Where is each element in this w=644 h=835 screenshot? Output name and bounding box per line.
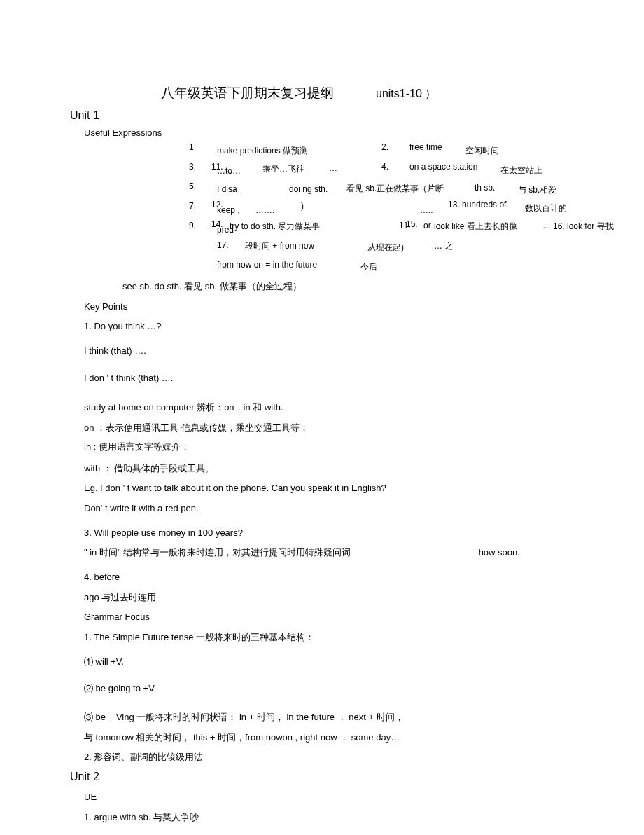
kp-item: 3. Will people use money in 100 years? — [84, 525, 574, 542]
gf-item: 1. The Simple Future tense 一般将来时的三种基本结构： — [84, 629, 574, 647]
expr-num: 4. — [382, 162, 388, 172]
expr-text: look like 看上去长的像 — [434, 221, 517, 233]
kp-item: on ：表示使用通讯工具 信息或传媒，乘坐交通工具等； — [84, 420, 574, 437]
expr-text: 空闲时间 — [465, 145, 499, 157]
expr-num: 7. — [189, 201, 196, 211]
expr-num: 3. — [189, 162, 196, 172]
expr-num: 9. — [189, 221, 196, 230]
unit2-heading: Unit 2 — [70, 771, 574, 783]
expr-text: 与 sb.相爱 — [518, 184, 556, 196]
kp-item: I don ' t think (that) …. — [84, 370, 574, 387]
kp-item: Don' t write it with a red pen. — [84, 500, 574, 518]
key-points-label: Key Points — [84, 298, 574, 316]
expr-text: … — [542, 221, 551, 230]
kp-item: in : 使用语言文字等媒介； — [84, 439, 574, 456]
expr-text: 段时间 + from now — [245, 240, 314, 252]
expr-text: keep , — [217, 205, 240, 215]
page-title: 八年级英语下册期末复习提纲 — [161, 84, 334, 102]
expr-text: from now on = in the future — [217, 260, 317, 270]
expr-text: th sb. — [475, 183, 495, 193]
expr-num: 2. — [382, 142, 388, 152]
expr-text: ) — [301, 201, 304, 211]
kp-item: 1. Do you think …? — [84, 318, 574, 336]
unit2-item: 1. argue with sb. 与某人争吵 — [84, 809, 574, 827]
expr-text: 从现在起) — [368, 242, 404, 254]
expr-text: 数以百计的 — [525, 202, 567, 214]
expr-text: 17. — [217, 240, 229, 250]
gf-item: 与 tomorrow 相关的时间， this + 时间，from nowon ,… — [84, 729, 574, 747]
gf-item: ⑵ be going to +V. — [84, 680, 574, 698]
expr-text: 15. — [406, 219, 418, 229]
gf-item: ⑴ will +V. — [84, 654, 574, 671]
kp-item: I think (that) …. — [84, 343, 574, 360]
see-line: see sb. do sth. 看见 sb. 做某事（的全过程） — [122, 278, 574, 296]
expr-text: on a space station — [410, 162, 477, 172]
unit1-heading: Unit 1 — [70, 109, 574, 122]
expr-text: or — [424, 221, 431, 230]
expr-text: … 之 — [434, 240, 453, 252]
kp-item: study at home on computer 辨析：on，in 和 wit… — [84, 399, 574, 417]
expr-text: 16. look for 寻找 — [553, 221, 614, 233]
expr-text: 看见 sb.正在做某事（片断 — [346, 183, 444, 195]
kp-item: " in 时间" 结构常与一般将来时连用，对其进行提问时用特殊疑问词 how s… — [84, 544, 574, 562]
expr-text: doi ng sth. — [289, 184, 328, 194]
expr-num: 5. — [189, 181, 196, 191]
expr-text: 13. hundreds of — [448, 200, 506, 209]
expr-text: make predictions 做预测 — [217, 145, 308, 157]
expr-text: free time — [410, 142, 442, 152]
kp-item: ago 与过去时连用 — [84, 589, 574, 607]
unit2-ue-label: UE — [84, 789, 574, 806]
grammar-focus-label: Grammar Focus — [84, 609, 574, 626]
page-title-units: units1-10 ） — [376, 87, 436, 102]
gf-item: ⑶ be + Ving 一般将来时的时间状语： in + 时间， in the … — [84, 709, 574, 726]
gf-item: 2. 形容词、副词的比较级用法 — [84, 749, 574, 766]
expr-text: ….. — [420, 205, 433, 215]
kp-item: 4. before — [84, 569, 574, 586]
expr-text: …to… — [217, 166, 241, 176]
expr-text: 今后 — [360, 261, 377, 273]
unit1-expressions: 1. make predictions 做预测 2. free time 空闲时… — [189, 142, 574, 275]
expr-text: 乘坐…飞往 — [262, 163, 304, 175]
unit1-ue-label: Useful Expressions — [84, 127, 574, 138]
expr-text: … — [329, 163, 337, 173]
expr-num: 1. — [189, 142, 196, 152]
kp-item: Eg. I don ' t want to talk about it on t… — [84, 480, 574, 497]
expr-text: I disa — [217, 184, 237, 194]
expr-text: try to do sth. 尽力做某事 — [230, 221, 320, 233]
kp-item: with ： 借助具体的手段或工具。 — [84, 460, 574, 478]
expr-text: ……. — [255, 205, 274, 215]
expr-text: 在太空站上 — [500, 165, 542, 177]
